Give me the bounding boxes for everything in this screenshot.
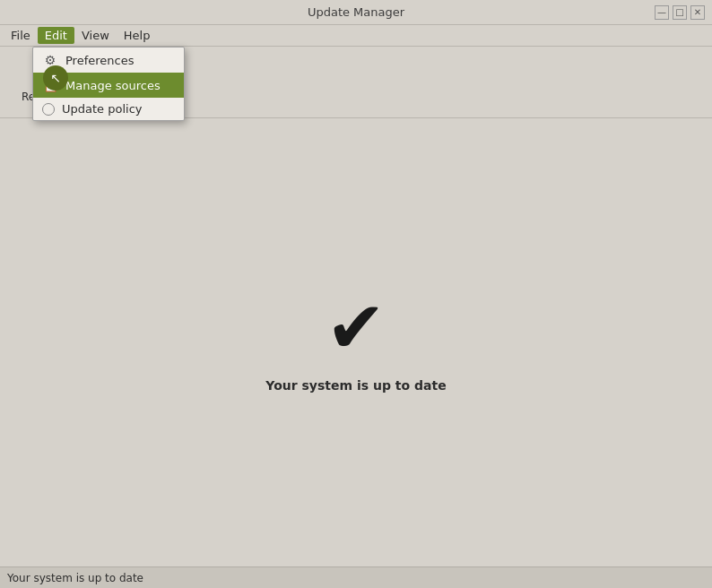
main-content: ✔ Your system is up to date xyxy=(0,118,712,566)
up-to-date-label: Your system is up to date xyxy=(265,378,446,393)
menu-bar: File Edit View Help xyxy=(0,25,712,47)
up-to-date-icon: ✔ xyxy=(326,292,386,364)
edit-dropdown-menu[interactable]: ⚙ Preferences 📋 Manage sources Update po… xyxy=(32,47,185,121)
menu-view[interactable]: View xyxy=(74,27,117,44)
window-title: Update Manager xyxy=(308,5,404,19)
preferences-label: Preferences xyxy=(65,54,134,67)
menu-item-update-policy[interactable]: Update policy xyxy=(33,98,184,120)
menu-edit[interactable]: Edit xyxy=(38,27,74,44)
maximize-button[interactable]: □ xyxy=(673,5,687,20)
status-bar: Your system is up to date xyxy=(0,566,712,588)
menu-help[interactable]: Help xyxy=(117,27,158,44)
status-text: Your system is up to date xyxy=(7,572,143,584)
minimize-button[interactable]: — xyxy=(655,5,669,20)
window-controls: — □ ✕ xyxy=(655,5,705,20)
update-policy-icon xyxy=(42,103,55,116)
manage-sources-label: Manage sources xyxy=(65,79,161,92)
menu-file[interactable]: File xyxy=(4,27,38,44)
menu-item-manage-sources[interactable]: 📋 Manage sources xyxy=(33,73,184,98)
preferences-icon: ⚙ xyxy=(42,52,58,68)
update-policy-label: Update policy xyxy=(62,102,142,116)
close-button[interactable]: ✕ xyxy=(690,5,705,20)
manage-sources-icon: 📋 xyxy=(42,77,58,93)
menu-item-preferences[interactable]: ⚙ Preferences xyxy=(33,48,184,73)
title-bar: Update Manager — □ ✕ xyxy=(0,0,712,25)
